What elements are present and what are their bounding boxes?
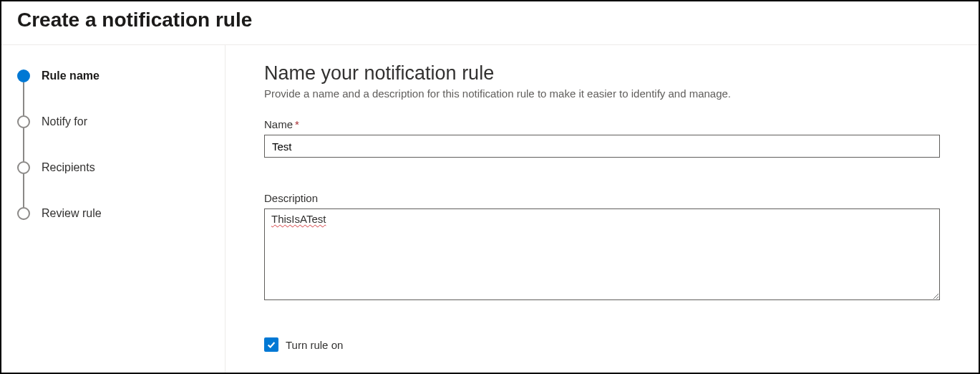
step-connector xyxy=(23,82,24,115)
step-label: Rule name xyxy=(42,69,100,82)
description-field-group: Description ThisIsATest xyxy=(264,192,940,303)
turn-rule-on-label: Turn rule on xyxy=(286,339,343,351)
checkmark-icon xyxy=(266,340,276,350)
step-connector xyxy=(23,174,24,207)
name-field-group: Name* xyxy=(264,118,940,158)
section-title: Name your notification rule xyxy=(264,62,940,85)
step-review-rule[interactable]: Review rule xyxy=(17,207,209,220)
required-indicator: * xyxy=(295,118,299,130)
name-label: Name* xyxy=(264,118,940,130)
description-textarea[interactable] xyxy=(264,208,940,300)
step-notify-for[interactable]: Notify for xyxy=(17,115,209,128)
step-marker-icon xyxy=(17,69,30,82)
step-rule-name[interactable]: Rule name xyxy=(17,69,209,82)
description-label: Description xyxy=(264,192,940,204)
page-header: Create a notification rule xyxy=(1,1,979,45)
step-label: Recipients xyxy=(42,161,95,174)
step-marker-icon xyxy=(17,207,30,220)
main-panel: Name your notification rule Provide a na… xyxy=(225,45,979,373)
turn-rule-on-row[interactable]: Turn rule on xyxy=(264,337,940,352)
step-marker-icon xyxy=(17,161,30,174)
page-title: Create a notification rule xyxy=(17,9,963,32)
step-marker-icon xyxy=(17,115,30,128)
step-label: Notify for xyxy=(42,115,87,128)
step-label: Review rule xyxy=(42,207,102,220)
wizard-sidebar: Rule name Notify for Recipients Review r… xyxy=(1,45,225,373)
name-label-text: Name xyxy=(264,118,293,130)
step-recipients[interactable]: Recipients xyxy=(17,161,209,174)
step-connector xyxy=(23,128,24,161)
section-subtitle: Provide a name and a description for thi… xyxy=(264,87,940,100)
turn-rule-on-checkbox[interactable] xyxy=(264,337,278,352)
name-input[interactable] xyxy=(264,135,940,158)
